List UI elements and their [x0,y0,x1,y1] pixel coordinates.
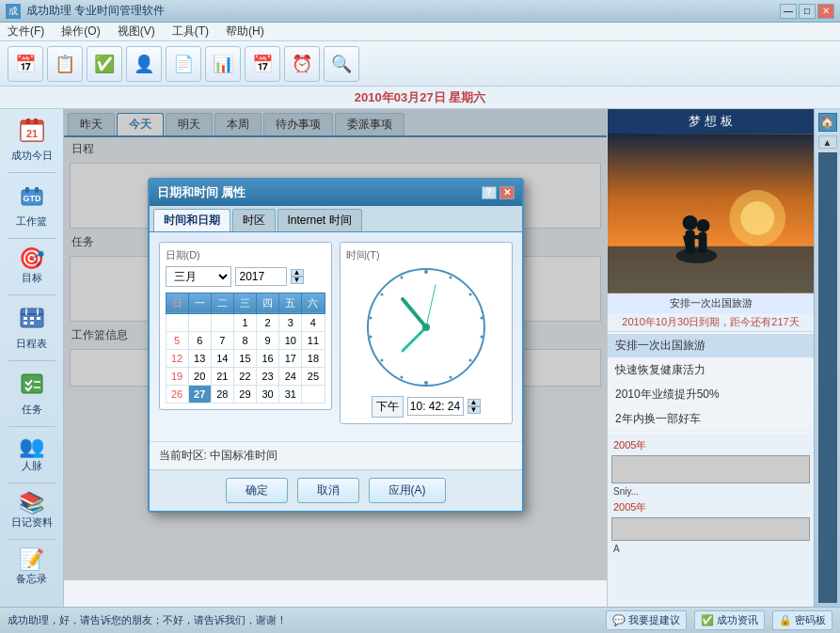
table-row[interactable]: 15 [233,349,256,367]
svg-point-27 [468,358,471,361]
dream-date: 2010年10月30日到期，距今还有217天 [608,313,814,332]
sidebar-item-goals[interactable]: 🎯 目标 [4,245,60,289]
table-row[interactable]: 21 [211,367,233,385]
sidebar-item-memo[interactable]: 📝 备忘录 [4,546,60,590]
list-item[interactable]: 安排一次出国旅游 [608,334,814,358]
app-icon: 成 [6,4,21,19]
menu-tools[interactable]: 工具(T) [168,22,213,41]
sidebar-item-tasks[interactable]: 任务 [4,367,60,420]
table-row[interactable]: 24 [279,367,302,385]
toolbar-btn-7[interactable]: ⏰ [284,46,320,82]
table-row[interactable]: 11 [302,331,325,349]
modal-tab-timezone[interactable]: 时区 [232,209,276,231]
modal-tab-internet[interactable]: Internet 时间 [277,209,362,231]
cancel-button[interactable]: 取消 [297,478,359,503]
time-section: 时间(T) [340,242,513,424]
sidebar-label-today: 成功今日 [11,149,53,163]
current-date: 2010年03月27日 星期六 [355,89,485,106]
table-row[interactable]: 9 [257,331,279,349]
table-row[interactable]: 19 [166,367,188,385]
table-row[interactable]: 8 [233,331,256,349]
table-row[interactable] [188,313,211,331]
table-row[interactable]: 6 [188,331,211,349]
time-input[interactable] [407,397,464,416]
toolbar-btn-4[interactable]: 📄 [166,46,201,82]
table-row[interactable] [302,385,325,403]
table-row[interactable]: 17 [279,349,302,367]
toolbar-btn-6[interactable]: 📅 [245,46,280,82]
password-button[interactable]: 🔒 密码板 [772,610,832,630]
table-row[interactable] [211,313,233,331]
minimize-button[interactable]: — [780,4,797,19]
cal-header-mon: 一 [188,293,211,313]
modal-tab-bar: 时间和日期 时区 Internet 时间 [150,206,522,232]
suggest-button[interactable]: 💬 我要提建议 [606,610,687,630]
table-row[interactable]: 20 [188,367,211,385]
table-row[interactable]: 13 [188,349,211,367]
menu-edit[interactable]: 操作(O) [57,22,103,41]
dream-list: 安排一次出国旅游 快速恢复健康活力 2010年业绩提升50% 2年内换一部好车 [608,332,814,434]
sidebar-item-diary[interactable]: 📚 日记资料 [4,489,60,533]
table-row[interactable]: 16 [257,349,279,367]
sidebar-item-workbasket[interactable]: GTD 工作篮 [4,179,60,232]
toolbar-btn-1[interactable]: 📋 [47,46,83,82]
toolbar-btn-5[interactable]: 📊 [205,46,241,82]
table-row[interactable]: 31 [279,385,302,403]
table-row[interactable]: 4 [302,313,325,331]
sidebar-item-today[interactable]: 21 成功今日 [4,113,60,166]
table-row[interactable]: 30 [257,385,279,403]
toolbar-btn-2[interactable]: ✅ [87,46,122,82]
maximize-button[interactable]: □ [799,4,816,19]
close-button[interactable]: ✕ [817,4,834,19]
table-row[interactable]: 22 [233,367,256,385]
far-right-scroll[interactable] [818,152,837,603]
sidebar-label-memo: 备忘录 [16,572,47,586]
table-row[interactable]: 14 [211,349,233,367]
table-row[interactable] [166,313,188,331]
table-row[interactable]: 29 [233,385,256,403]
table-row[interactable]: 1 [233,313,256,331]
home-icon[interactable]: 🏠 [818,113,837,132]
svg-point-44 [676,248,718,263]
time-down-button[interactable]: ▼ [468,406,481,414]
far-right-nav-up[interactable]: ▲ [818,135,837,149]
table-row[interactable]: 3 [279,313,302,331]
status-bar: 成功助理，好，请告诉您的朋友；不好，请告诉我们，谢谢！ 💬 我要提建议 ✅ 成功… [0,607,840,633]
modal-close-button[interactable]: ✕ [499,186,515,199]
list-item[interactable]: 2010年业绩提升50% [608,383,814,407]
menu-file[interactable]: 文件(F) [4,22,48,41]
time-spinner: ▲ ▼ [468,399,481,414]
svg-rect-7 [35,187,39,193]
table-row[interactable]: 26 [166,385,188,403]
news-button[interactable]: ✅ 成功资讯 [694,610,765,630]
table-row[interactable]: 12 [166,349,188,367]
table-row[interactable]: 5 [166,331,188,349]
list-item[interactable]: 2年内换一部好车 [608,407,814,432]
table-row[interactable]: 2 [257,313,279,331]
menu-help[interactable]: 帮助(H) [222,22,268,41]
memo-icon: 📝 [19,549,44,570]
table-row[interactable]: 28 [211,385,233,403]
year-input[interactable] [235,267,287,286]
year-down-button[interactable]: ▼ [291,277,304,284]
toolbar-btn-8[interactable]: 🔍 [324,46,359,82]
ok-button[interactable]: 确定 [226,478,288,503]
sidebar-item-contacts[interactable]: 👥 人脉 [4,433,60,477]
sidebar-item-schedule[interactable]: 日程表 [4,301,60,355]
apply-button[interactable]: 应用(A) [369,478,446,503]
modal-tab-datetime[interactable]: 时间和日期 [153,209,230,231]
toolbar-btn-3[interactable]: 👤 [126,46,162,82]
toolbar-btn-0[interactable]: 📅 [8,46,43,82]
table-row[interactable]: 10 [279,331,302,349]
clock-svg [365,266,487,388]
list-item[interactable]: 快速恢复健康活力 [608,358,814,383]
table-row[interactable]: 7 [211,331,233,349]
menu-view[interactable]: 视图(V) [114,22,159,41]
modal-help-button[interactable]: ? [482,186,497,199]
table-row[interactable]: 18 [302,349,325,367]
month-select[interactable]: 三月 一月二月四月 五月六月七月 八月九月十月 十一月十二月 [166,266,231,287]
modal-two-col: 日期(D) 三月 一月二月四月 五月六月七月 八月九月十月 十一月十二月 [159,242,513,432]
table-row[interactable]: 25 [302,367,325,385]
table-row[interactable]: 23 [257,367,279,385]
table-row-today[interactable]: 27 [188,385,211,403]
